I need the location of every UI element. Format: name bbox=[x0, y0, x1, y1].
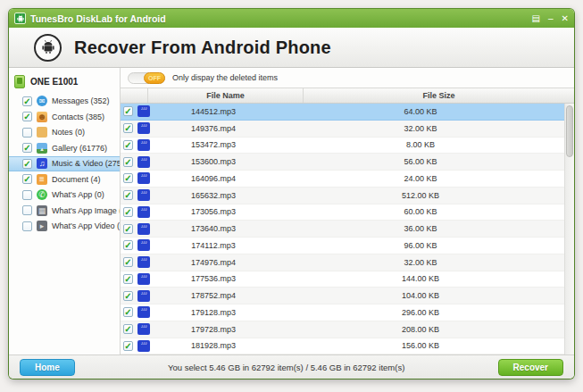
file-size: 208.00 KB bbox=[277, 325, 564, 334]
table-row[interactable]: 178752.mp4 104.00 KB bbox=[121, 288, 564, 304]
app-window: TunesBro DiskLab for Android ▤ – ✕ Recov… bbox=[9, 9, 574, 379]
file-name: 174112.mp3 bbox=[150, 241, 277, 250]
title-bar[interactable]: TunesBro DiskLab for Android ▤ – ✕ bbox=[9, 9, 574, 28]
media-file-icon bbox=[137, 290, 150, 302]
row-checkbox[interactable] bbox=[123, 240, 133, 250]
row-checkbox[interactable] bbox=[123, 123, 133, 133]
table-row[interactable]: 173056.mp3 60.00 KB bbox=[121, 204, 564, 221]
category-label: Music & Video (275) bbox=[52, 159, 121, 168]
toggle-label: Only dispay the deleted items bbox=[172, 73, 278, 82]
row-checkbox[interactable] bbox=[123, 274, 133, 284]
row-checkbox[interactable] bbox=[123, 324, 133, 334]
category-checkbox[interactable] bbox=[22, 174, 32, 184]
category-checkbox[interactable] bbox=[22, 159, 32, 169]
file-name: 164096.mp4 bbox=[150, 174, 277, 183]
category-label: Notes (0) bbox=[52, 128, 85, 137]
category-checkbox[interactable] bbox=[22, 112, 32, 121]
row-checkbox[interactable] bbox=[123, 207, 133, 217]
media-file-icon bbox=[137, 256, 150, 268]
row-checkbox[interactable] bbox=[123, 307, 133, 317]
file-name: 144512.mp3 bbox=[150, 107, 277, 116]
category-checkbox[interactable] bbox=[22, 143, 32, 153]
table-row[interactable]: 164096.mp4 24.00 KB bbox=[121, 171, 564, 188]
file-name: 178752.mp4 bbox=[150, 291, 277, 300]
row-checkbox[interactable] bbox=[123, 173, 133, 183]
category-icon bbox=[37, 158, 47, 169]
selection-status: You select 5.46 GB in 62792 item(s) / 5.… bbox=[75, 363, 498, 372]
category-label: What's App (0) bbox=[52, 190, 104, 199]
category-checkbox[interactable] bbox=[22, 190, 32, 200]
category-icon bbox=[37, 174, 47, 185]
sidebar-category-item[interactable]: Document (4) bbox=[9, 171, 120, 187]
table-row[interactable]: 153472.mp3 8.00 KB bbox=[121, 138, 564, 154]
category-label: Document (4) bbox=[52, 175, 101, 184]
category-label: Contacts (385) bbox=[52, 113, 104, 121]
row-checkbox[interactable] bbox=[123, 157, 133, 167]
category-icon bbox=[37, 112, 47, 122]
row-checkbox[interactable] bbox=[123, 341, 133, 351]
table-row[interactable]: 165632.mp3 512.00 KB bbox=[121, 188, 564, 204]
media-file-icon bbox=[137, 206, 150, 218]
file-size: 32.00 KB bbox=[277, 124, 564, 133]
table-row[interactable]: 144512.mp3 64.00 KB bbox=[121, 104, 564, 121]
table-row[interactable]: 179728.mp3 208.00 KB bbox=[121, 321, 564, 338]
sidebar-category-item[interactable]: Notes (0) bbox=[9, 125, 120, 140]
category-checkbox[interactable] bbox=[22, 221, 32, 231]
close-button[interactable]: ✕ bbox=[562, 14, 569, 23]
sidebar-category-item[interactable]: Music & Video (275) bbox=[9, 156, 120, 171]
column-file-size[interactable]: File Size bbox=[304, 91, 574, 100]
row-checkbox[interactable] bbox=[123, 106, 133, 116]
sidebar-category-item[interactable]: Messages (352) bbox=[9, 94, 120, 109]
file-name: 165632.mp3 bbox=[150, 191, 277, 200]
feedback-icon[interactable]: ▤ bbox=[532, 14, 540, 23]
vertical-scrollbar[interactable] bbox=[564, 104, 574, 354]
table-row[interactable]: 174112.mp3 96.00 KB bbox=[121, 238, 564, 254]
deleted-only-toggle[interactable]: OFF bbox=[128, 72, 165, 84]
row-checkbox[interactable] bbox=[123, 140, 133, 150]
minimize-button[interactable]: – bbox=[548, 14, 554, 23]
device-name: ONE E1001 bbox=[30, 77, 78, 87]
sidebar-category-item[interactable]: What's App Video (0) bbox=[9, 219, 120, 234]
page-header: Recover From Android Phone bbox=[9, 28, 574, 68]
file-size: 36.00 KB bbox=[277, 224, 564, 233]
filter-row: OFF Only dispay the deleted items bbox=[121, 68, 574, 88]
file-name: 179128.mp3 bbox=[150, 308, 277, 317]
table-row[interactable]: 153600.mp3 56.00 KB bbox=[121, 154, 564, 171]
recover-button[interactable]: Recover bbox=[498, 359, 563, 376]
file-name: 177536.mp3 bbox=[150, 274, 277, 283]
table-row[interactable]: 181928.mp3 156.00 KB bbox=[121, 338, 564, 355]
row-checkbox[interactable] bbox=[123, 224, 133, 234]
table-row[interactable]: 177536.mp3 144.00 KB bbox=[121, 271, 564, 288]
category-checkbox[interactable] bbox=[22, 96, 32, 106]
row-checkbox[interactable] bbox=[123, 257, 133, 267]
sidebar-category-item[interactable]: What's App (0) bbox=[9, 188, 120, 203]
file-name: 153472.mp3 bbox=[150, 140, 277, 149]
category-icon bbox=[37, 189, 47, 200]
table-row[interactable]: 173640.mp3 36.00 KB bbox=[121, 221, 564, 238]
row-checkbox[interactable] bbox=[123, 190, 133, 200]
scrollbar-thumb[interactable] bbox=[566, 105, 573, 157]
sidebar-category-item[interactable]: What's App Image (0) bbox=[9, 203, 120, 218]
media-file-icon bbox=[137, 122, 150, 134]
row-checkbox[interactable] bbox=[123, 291, 133, 301]
category-checkbox[interactable] bbox=[22, 205, 32, 215]
sidebar-category-item[interactable]: Gallery (61776) bbox=[9, 140, 120, 155]
footer-bar: Home You select 5.46 GB in 62792 item(s)… bbox=[9, 354, 574, 379]
table-row[interactable]: 149376.mp4 32.00 KB bbox=[121, 121, 564, 138]
home-button[interactable]: Home bbox=[20, 359, 75, 376]
category-checkbox[interactable] bbox=[22, 128, 32, 138]
column-file-name[interactable]: File Name bbox=[147, 88, 304, 103]
file-name: 153600.mp3 bbox=[150, 157, 277, 166]
table-row[interactable]: 174976.mp4 32.00 KB bbox=[121, 254, 564, 271]
device-row[interactable]: ONE E1001 bbox=[9, 72, 120, 93]
category-label: Messages (352) bbox=[52, 96, 110, 105]
category-list: Messages (352) Contacts (385) Notes (0) bbox=[9, 94, 120, 234]
table-row[interactable]: 179128.mp3 296.00 KB bbox=[121, 304, 564, 321]
page-title: Recover From Android Phone bbox=[74, 38, 331, 58]
category-label: What's App Image (0) bbox=[52, 206, 121, 215]
file-size: 296.00 KB bbox=[277, 308, 564, 317]
file-size: 512.00 KB bbox=[277, 191, 564, 200]
sidebar-category-item[interactable]: Contacts (385) bbox=[9, 109, 120, 124]
file-name: 181928.mp3 bbox=[150, 341, 277, 350]
file-size: 24.00 KB bbox=[277, 174, 564, 183]
